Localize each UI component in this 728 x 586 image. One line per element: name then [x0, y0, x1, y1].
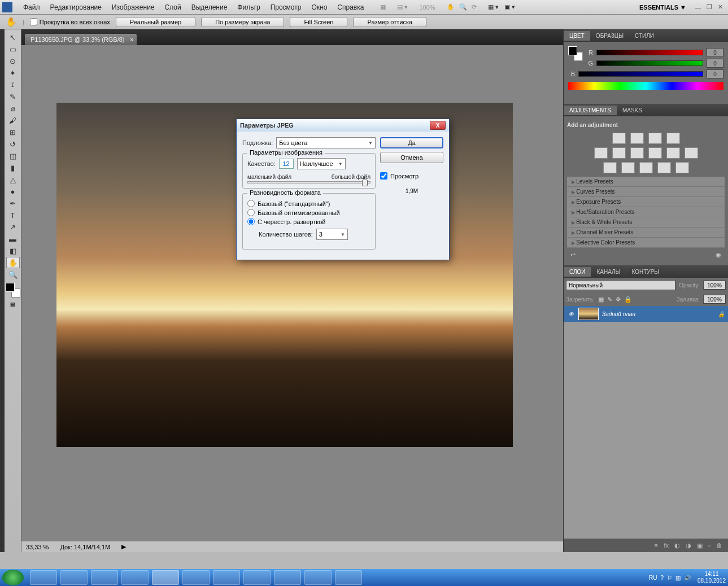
eraser-tool[interactable]: ◫: [6, 150, 20, 161]
exposure-icon[interactable]: [666, 133, 680, 144]
menu-select[interactable]: Выделение: [191, 3, 228, 11]
preset-hue[interactable]: Hue/Saturation Presets: [567, 207, 725, 217]
tab-swatches[interactable]: ОБРАЗЦЫ: [590, 31, 629, 41]
close-icon[interactable]: ✕: [718, 3, 723, 11]
task-yandex[interactable]: [243, 570, 271, 585]
zoom-level[interactable]: 100%: [419, 4, 435, 11]
task-explorer[interactable]: [60, 570, 88, 585]
levels-icon[interactable]: [630, 133, 644, 144]
radio-progressive[interactable]: С чересстр. разверткой: [247, 218, 370, 225]
layout-icon[interactable]: ▤ ▾: [397, 3, 408, 11]
tray-action-icon[interactable]: ⚐: [667, 575, 672, 581]
clock[interactable]: 14:1108.10.2012: [698, 571, 726, 584]
task-chrome[interactable]: [274, 570, 301, 585]
radio-optimized[interactable]: Базовый оптимизированный: [247, 209, 370, 216]
restore-icon[interactable]: ❐: [707, 3, 712, 11]
pen-tool[interactable]: ✒: [6, 198, 20, 209]
layer-thumbnail[interactable]: [578, 308, 599, 320]
matte-select[interactable]: Без цвета: [276, 137, 376, 148]
lock-all-icon[interactable]: 🔒: [624, 296, 632, 303]
color-swatches[interactable]: [6, 283, 20, 298]
zoom-tool-icon[interactable]: 🔍: [459, 3, 467, 11]
slider-thumb[interactable]: [362, 180, 368, 186]
menu-help[interactable]: Справка: [337, 3, 364, 11]
lock-position-icon[interactable]: ✎: [607, 296, 612, 303]
preview-check[interactable]: Просмотр: [380, 172, 443, 180]
blend-mode-select[interactable]: Нормальный: [566, 280, 675, 290]
crop-tool[interactable]: ⟟: [6, 79, 20, 90]
lock-pixels-icon[interactable]: ▦: [598, 296, 604, 303]
dialog-close-button[interactable]: X: [430, 121, 446, 130]
workspace-switcher[interactable]: ESSENTIALS ▼: [639, 4, 686, 11]
group-icon[interactable]: ▣: [697, 542, 703, 549]
scroll-all-check[interactable]: Прокрутка во всех окнах: [30, 18, 110, 25]
new-layer-icon[interactable]: ▫: [708, 542, 710, 549]
rotate-icon[interactable]: ⟳: [472, 3, 477, 11]
threshold-icon[interactable]: [639, 162, 653, 173]
task-ie[interactable]: [30, 570, 57, 585]
tray-help-icon[interactable]: ?: [660, 575, 664, 581]
layer-row[interactable]: 👁 Задний план 🔒: [564, 306, 728, 322]
photo-filter-icon[interactable]: [666, 147, 680, 159]
g-slider[interactable]: [596, 60, 703, 66]
tab-layers[interactable]: СЛОИ: [564, 267, 591, 277]
preset-exposure[interactable]: Exposure Presets: [567, 197, 725, 207]
tab-close-icon[interactable]: ×: [130, 36, 133, 43]
status-arrow-icon[interactable]: ▶: [121, 543, 126, 550]
type-tool[interactable]: T: [6, 209, 20, 221]
scans-select[interactable]: 3: [316, 229, 348, 240]
b-slider[interactable]: [578, 71, 703, 77]
tray-volume-icon[interactable]: 🔊: [684, 575, 691, 581]
task-mail[interactable]: [213, 570, 240, 585]
preset-selective-color[interactable]: Selective Color Presets: [567, 238, 725, 248]
curves-icon[interactable]: [648, 133, 662, 144]
g-value[interactable]: 0: [707, 59, 723, 68]
color-balance-icon[interactable]: [630, 147, 644, 159]
menu-window[interactable]: Окно: [311, 3, 327, 11]
gradient-tool[interactable]: ▮: [6, 162, 20, 173]
mask-icon[interactable]: ◐: [674, 542, 680, 549]
heal-tool[interactable]: ⌀: [6, 103, 20, 114]
quality-select[interactable]: Наилучшее: [297, 158, 346, 169]
link-icon[interactable]: ⚭: [653, 542, 659, 549]
brightness-icon[interactable]: [612, 133, 626, 144]
menu-filter[interactable]: Фильтр: [237, 3, 260, 11]
menu-view[interactable]: Просмотр: [271, 3, 302, 11]
quality-input[interactable]: [279, 159, 294, 169]
tray-network-icon[interactable]: ▥: [675, 575, 681, 581]
preset-bw[interactable]: Black & White Presets: [567, 217, 725, 228]
tab-channels[interactable]: КАНАЛЫ: [591, 267, 626, 277]
stamp-tool[interactable]: ⊞: [6, 126, 20, 138]
start-button[interactable]: [2, 570, 24, 585]
wand-tool[interactable]: ✦: [6, 67, 20, 78]
tab-styles[interactable]: СТИЛИ: [629, 31, 660, 41]
lang-indicator[interactable]: RU: [649, 575, 657, 581]
dock-edge[interactable]: [0, 29, 5, 552]
brush-tool[interactable]: 🖌: [6, 115, 20, 126]
task-app3[interactable]: [335, 570, 362, 585]
cancel-button[interactable]: Отмена: [380, 152, 443, 163]
menu-edit[interactable]: Редактирование: [50, 3, 102, 11]
marquee-tool[interactable]: ▭: [6, 43, 20, 55]
print-size-button[interactable]: Размер оттиска: [353, 17, 426, 27]
vibrance-icon[interactable]: [594, 147, 608, 159]
hand-tool-icon[interactable]: ✋: [447, 3, 455, 11]
launch-icon[interactable]: ▦: [380, 3, 386, 11]
delete-icon[interactable]: 🗑: [716, 542, 722, 549]
history-brush-tool[interactable]: ↺: [6, 138, 20, 150]
invert-icon[interactable]: [603, 162, 617, 173]
dialog-titlebar[interactable]: Параметры JPEG X: [237, 119, 449, 132]
lock-move-icon[interactable]: ✥: [616, 296, 621, 303]
preset-levels[interactable]: Levels Presets: [567, 177, 725, 187]
menu-layer[interactable]: Слой: [165, 3, 181, 11]
minimize-icon[interactable]: —: [695, 4, 701, 11]
adj-clip-icon[interactable]: ◉: [716, 251, 721, 259]
menu-file[interactable]: Файл: [23, 3, 40, 11]
adj-new-icon[interactable]: ↩: [570, 251, 576, 259]
spectrum-bar[interactable]: [568, 82, 723, 90]
tab-paths[interactable]: КОНТУРЫ: [626, 267, 665, 277]
channel-mixer-icon[interactable]: [685, 147, 698, 159]
b-value[interactable]: 0: [707, 69, 723, 78]
task-skype[interactable]: [304, 570, 332, 585]
blur-tool[interactable]: △: [6, 174, 20, 185]
